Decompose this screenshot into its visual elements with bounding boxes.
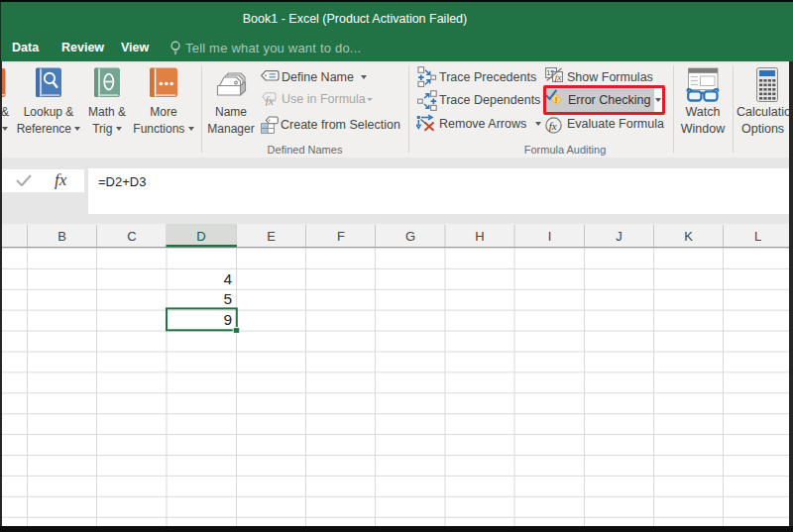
svg-text:I: I	[548, 229, 552, 244]
svg-text:F: F	[337, 229, 345, 244]
svg-text:H: H	[475, 229, 484, 244]
svg-text:B: B	[57, 229, 66, 244]
svg-text:K: K	[684, 229, 693, 244]
svg-text:fx: fx	[549, 120, 557, 132]
svg-text:L: L	[754, 229, 761, 244]
svg-text:5: 5	[223, 290, 232, 307]
svg-text:fx: fx	[555, 72, 562, 82]
svg-text:J: J	[616, 229, 623, 244]
svg-text:fx: fx	[266, 94, 275, 106]
svg-text:E: E	[267, 229, 276, 244]
svg-text:4: 4	[223, 270, 232, 287]
svg-text:9: 9	[223, 311, 232, 328]
svg-text:D: D	[196, 229, 205, 244]
svg-text:G: G	[405, 229, 415, 244]
svg-text:C: C	[127, 229, 136, 244]
